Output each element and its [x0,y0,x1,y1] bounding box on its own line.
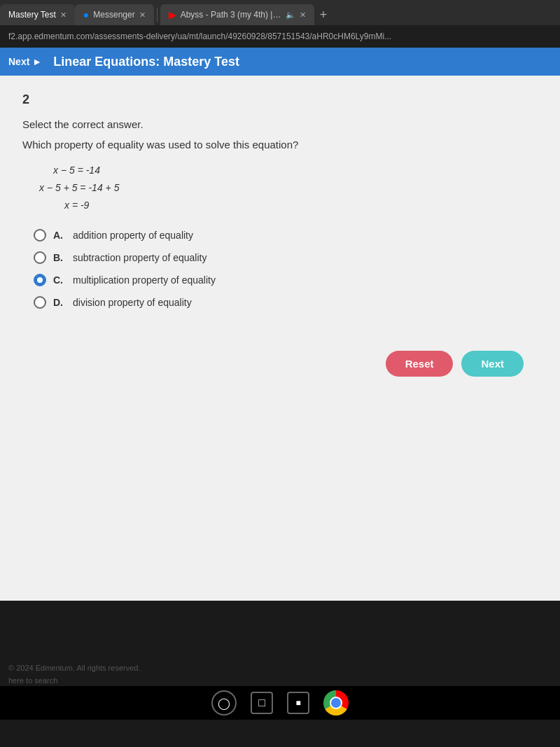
equation-line-1: x − 5 = -14 [53,162,538,179]
option-a-text: addition property of equality [73,230,193,241]
navigation-bar: Next ► Linear Equations: Mastery Test [0,48,560,76]
tab-youtube[interactable]: ▶ Abyss - Path 3 (my 4th) | Ma... 🔈 ✕ [160,4,314,25]
nav-next-button[interactable]: Next ► [8,56,42,67]
messenger-tab-close[interactable]: ✕ [139,11,146,20]
taskbar: ◯ □ ■ [0,686,560,720]
equation-line-2: x − 5 + 5 = -14 + 5 [39,179,538,197]
tab-messenger[interactable]: ● Messenger ✕ [75,4,154,25]
option-d-text: division property of equality [73,297,192,308]
address-text: f2.app.edmentum.com/assessments-delivery… [8,32,391,41]
nav-next-arrow-icon: ► [32,56,42,67]
youtube-tab-close[interactable]: ✕ [300,11,306,20]
messenger-icon: ● [83,9,89,20]
page-title: Linear Equations: Mastery Test [53,55,239,69]
next-button[interactable]: Next [461,351,524,377]
chrome-icon[interactable] [323,690,349,715]
radio-d[interactable] [34,296,46,309]
option-b-label: B. [53,252,63,263]
equation-block: x − 5 = -14 x − 5 + 5 = -14 + 5 x = -9 [39,162,538,215]
tab-bar: Mastery Test ✕ ● Messenger ✕ ▶ Abyss - P… [0,0,560,25]
footer-text: © 2024 Edmentum. All rights reserved. [0,661,560,675]
add-tab-button[interactable]: + [314,8,333,22]
radio-c[interactable] [34,274,46,286]
mastery-test-tab-label: Mastery Test [8,10,56,20]
question-text: Which property of equality was used to s… [22,139,538,151]
button-row: Reset Next [22,351,538,377]
option-c[interactable]: C. multiplication property of equality [34,274,538,286]
main-content: 2 Select the correct answer. Which prope… [0,76,560,601]
tab-separator [157,8,158,22]
browser-chrome: Mastery Test ✕ ● Messenger ✕ ▶ Abyss - P… [0,0,560,48]
address-bar: f2.app.edmentum.com/assessments-delivery… [0,25,560,48]
options-list: A. addition property of equality B. subt… [34,229,538,309]
grid-icon: ■ [295,698,300,708]
mute-icon: 🔈 [286,11,295,20]
option-d[interactable]: D. division property of equality [34,296,538,309]
instruction-text: Select the correct answer. [22,118,538,130]
option-b[interactable]: B. subtraction property of equality [34,251,538,264]
search-hint: here to search [0,675,560,686]
mastery-test-tab-close[interactable]: ✕ [60,11,66,20]
option-a[interactable]: A. addition property of equality [34,229,538,242]
tab-mastery-test[interactable]: Mastery Test ✕ [0,4,75,25]
youtube-icon: ▶ [169,9,176,20]
nav-next-label: Next [8,56,29,67]
question-number: 2 [22,92,538,107]
reset-button[interactable]: Reset [386,351,454,377]
option-c-text: multiplication property of equality [73,274,216,286]
messenger-tab-label: Messenger [93,10,134,20]
overview-button[interactable]: □ [251,692,273,714]
equation-line-3: x = -9 [64,197,538,214]
option-b-text: subtraction property of equality [73,252,206,263]
option-c-label: C. [53,274,63,286]
home-button[interactable]: ◯ [211,690,237,715]
option-d-label: D. [53,297,63,308]
search-hint-text: here to search [8,676,57,685]
radio-b[interactable] [34,251,46,264]
app-drawer-button[interactable]: ■ [287,692,309,714]
youtube-tab-label: Abyss - Path 3 (my 4th) | Ma... [181,10,281,20]
option-a-label: A. [53,230,63,241]
radio-a[interactable] [34,229,46,242]
footer-area: © 2024 Edmentum. All rights reserved. he… [0,601,560,727]
